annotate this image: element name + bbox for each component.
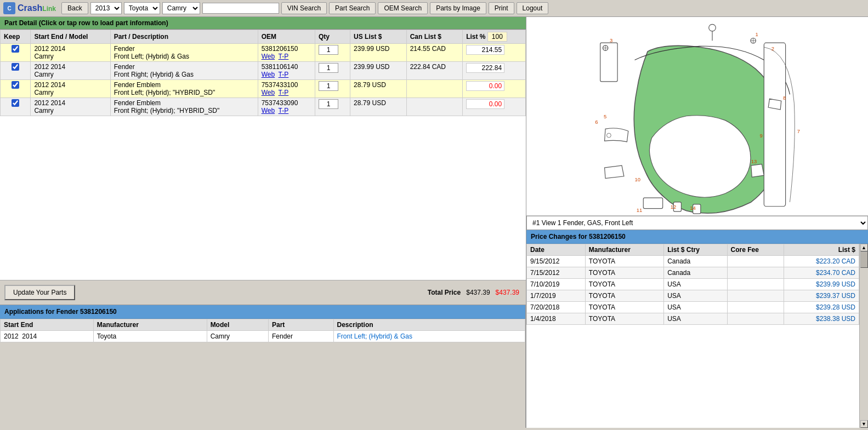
price-panel-header: Price Changes for 5381206150 [526, 230, 868, 244]
part-name: Fender Emblem [114, 81, 254, 89]
keep-checkbox[interactable] [12, 45, 19, 53]
qty-input[interactable] [319, 81, 338, 91]
table-row[interactable]: 2012 2014 Camry Fender Front Right; (Hyb… [1, 62, 526, 80]
scroll-thumb[interactable] [860, 251, 868, 268]
web-link[interactable]: Web [262, 53, 275, 60]
list-val-input[interactable] [466, 63, 504, 73]
price-col-corefee: Core Fee [727, 244, 784, 255]
start-end-text: 2012 2014 [34, 99, 106, 107]
tp-link[interactable]: T-P [279, 53, 289, 60]
year-select[interactable]: 20132012201420112015 [90, 2, 122, 14]
qty-input[interactable] [319, 63, 338, 73]
price-corefee [727, 267, 784, 278]
oem-number: 7537433090 [262, 99, 311, 107]
tp-link[interactable]: T-P [279, 107, 289, 114]
keep-checkbox-cell[interactable] [1, 44, 31, 62]
keep-checkbox-cell[interactable] [1, 98, 31, 116]
qty-cell[interactable] [315, 98, 350, 116]
price-corefee [727, 290, 784, 301]
web-link[interactable]: Web [262, 107, 275, 114]
part-desc: Front Left; (Hybrid); "HYBRID_SD" [114, 89, 254, 96]
list-item[interactable]: 7/20/2018 TOYOTA USA $239.28 USD [527, 301, 859, 313]
apps-col-part: Part [268, 319, 333, 331]
part-cell: Fender Emblem Front Right; (Hybrid); "HY… [110, 98, 258, 116]
qty-input[interactable] [319, 45, 338, 55]
parts-by-image-button[interactable]: Parts by Image [430, 2, 486, 14]
qty-cell[interactable] [315, 44, 350, 62]
update-parts-button[interactable]: Update Your Parts [4, 285, 75, 300]
table-row[interactable]: 2012 2014 Camry Fender Emblem Front Righ… [1, 98, 526, 116]
num-8: 8 [783, 95, 786, 101]
list-val-input[interactable] [466, 45, 504, 55]
oem-search-button[interactable]: OEM Search [378, 2, 428, 14]
oem-number: 5381206150 [262, 45, 311, 53]
oem-number: 5381106140 [262, 63, 311, 71]
list-item[interactable]: 1/7/2019 TOYOTA USA $239.37 USD [527, 290, 859, 301]
uslist-cell: 28.79 USD [350, 98, 407, 116]
keep-checkbox-cell[interactable] [1, 62, 31, 80]
price-manufacturer: TOYOTA [585, 301, 663, 313]
price-scrollbar[interactable]: ▲ ▼ [859, 244, 868, 428]
scroll-up-arrow[interactable]: ▲ [860, 244, 868, 251]
listval-cell[interactable] [463, 62, 526, 80]
price-corefee [727, 313, 784, 324]
lower-bolt [606, 133, 611, 137]
price-country: USA [664, 313, 727, 324]
diagram-dropdown[interactable]: #1 View 1 Fender, GAS, Front Left #2 Vie… [526, 216, 868, 230]
price-date: 7/10/2019 [527, 278, 586, 290]
vin-input[interactable] [202, 3, 279, 14]
part-search-button[interactable]: Part Search [329, 2, 376, 14]
price-date: 1/7/2019 [527, 290, 586, 301]
apps-col-description: Description [333, 319, 525, 331]
part-desc: Front Left; (Hybrid) & Gas [114, 53, 254, 60]
keep-checkbox-cell[interactable] [1, 80, 31, 98]
tp-link[interactable]: T-P [279, 71, 289, 78]
listval-cell[interactable] [463, 98, 526, 116]
uslist-cell: 239.99 USD [350, 44, 407, 62]
list-item[interactable]: 7/10/2019 TOYOTA USA $239.99 USD [527, 278, 859, 290]
part-detail-header: Part Detail (Click or tap row to load pa… [0, 17, 526, 30]
oem-cell: 7537433090 Web T-P [258, 98, 315, 116]
tp-link[interactable]: T-P [279, 89, 289, 96]
make-select[interactable]: ToyotaHondaFord [124, 2, 160, 14]
back-button[interactable]: Back [61, 2, 88, 14]
table-row[interactable]: 2012 2014 Camry Fender Emblem Front Left… [1, 80, 526, 98]
model-select[interactable]: CamryCorollaRAV4 [162, 2, 200, 14]
price-country: Canada [664, 267, 727, 278]
logout-button[interactable]: Logout [517, 2, 549, 14]
startend-cell: 2012 2014 Camry [31, 98, 110, 116]
scroll-down-arrow[interactable]: ▼ [860, 420, 868, 428]
price-panel: Price Changes for 5381206150 Date Manufa… [526, 230, 868, 428]
list-val-input[interactable] [466, 99, 504, 109]
listval-cell[interactable] [463, 80, 526, 98]
side-panel [764, 43, 785, 207]
qty-input[interactable] [319, 99, 338, 109]
oem-links: Web T-P [262, 53, 311, 60]
list-item[interactable]: 2012 2014 Toyota Camry Fender Front Left… [1, 331, 525, 342]
qty-cell[interactable] [315, 80, 350, 98]
keep-checkbox[interactable] [12, 81, 19, 89]
price-col-country: List $ Ctry [664, 244, 727, 255]
num-1: 1 [756, 31, 758, 37]
listval-cell[interactable] [463, 44, 526, 62]
price-date: 7/15/2012 [527, 267, 586, 278]
app-part: Fender [268, 331, 333, 342]
list-item[interactable]: 9/15/2012 TOYOTA Canada $223.20 CAD [527, 255, 859, 267]
list-item[interactable]: 7/15/2012 TOYOTA Canada $234.70 CAD [527, 267, 859, 278]
vin-search-button[interactable]: VIN Search [281, 2, 327, 14]
list-item[interactable]: 1/4/2018 TOYOTA USA $238.38 USD [527, 313, 859, 324]
logo-text: CrashLink [18, 3, 56, 13]
part-desc: Front Right; (Hybrid); "HYBRID_SD" [114, 107, 254, 114]
table-row[interactable]: 2012 2014 Camry Fender Front Left; (Hybr… [1, 44, 526, 62]
web-link[interactable]: Web [262, 89, 275, 96]
keep-checkbox[interactable] [12, 63, 19, 71]
keep-checkbox[interactable] [12, 99, 19, 107]
list-val-input[interactable] [466, 81, 504, 91]
apps-panel-header: Applications for Fender 5381206150 [0, 305, 525, 319]
list-pct-input[interactable] [487, 32, 507, 42]
print-button[interactable]: Print [489, 2, 514, 14]
oem-cell: 5381106140 Web T-P [258, 62, 315, 80]
qty-cell[interactable] [315, 62, 350, 80]
web-link[interactable]: Web [262, 71, 275, 78]
bottom-clip1 [643, 198, 662, 209]
